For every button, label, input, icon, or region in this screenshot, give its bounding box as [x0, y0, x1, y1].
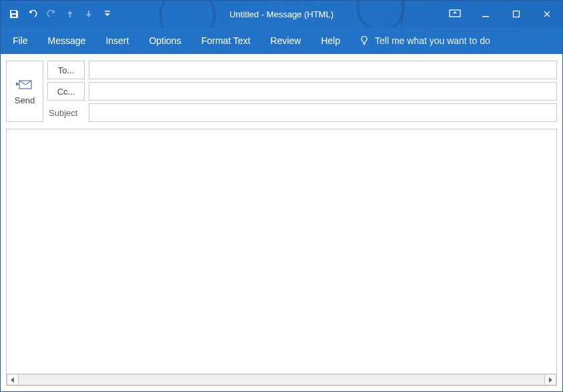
- scroll-left-icon[interactable]: [7, 374, 19, 385]
- previous-item-icon: [61, 5, 79, 23]
- scroll-right-icon[interactable]: [544, 374, 556, 385]
- close-icon[interactable]: [532, 5, 562, 23]
- title-bar: Untitled - Message (HTML): [1, 1, 562, 27]
- tab-help[interactable]: Help: [312, 27, 350, 54]
- quick-access-toolbar: [1, 5, 117, 23]
- svg-rect-3: [514, 11, 520, 17]
- message-body[interactable]: [7, 129, 556, 373]
- tab-insert[interactable]: Insert: [96, 27, 138, 54]
- tell-me-search[interactable]: Tell me what you want to do: [351, 27, 498, 54]
- send-button[interactable]: Send: [6, 61, 43, 122]
- horizontal-scrollbar[interactable]: [7, 373, 556, 385]
- subject-label: Subject: [47, 103, 85, 122]
- window-controls: [440, 5, 562, 23]
- customize-qat-icon[interactable]: [98, 5, 117, 23]
- lightbulb-icon: [359, 35, 370, 46]
- minimize-icon[interactable]: [470, 5, 501, 23]
- svg-rect-0: [105, 11, 110, 12]
- tab-review[interactable]: Review: [261, 27, 310, 54]
- message-body-container: [6, 129, 557, 386]
- to-button[interactable]: To...: [47, 61, 85, 79]
- cc-field[interactable]: [89, 82, 557, 101]
- tab-format-text[interactable]: Format Text: [192, 27, 260, 54]
- tell-me-placeholder: Tell me what you want to do: [375, 35, 490, 46]
- ribbon-options-icon[interactable]: [440, 5, 470, 23]
- ribbon-tabs: File Message Insert Options Format Text …: [1, 27, 562, 54]
- to-field[interactable]: [89, 61, 557, 79]
- send-button-label: Send: [15, 95, 35, 105]
- maximize-icon[interactable]: [501, 5, 532, 23]
- message-header: Send To... Cc... Subject: [5, 61, 558, 125]
- tab-options[interactable]: Options: [139, 27, 190, 54]
- tab-file[interactable]: File: [3, 27, 37, 54]
- compose-pane: Send To... Cc... Subject: [1, 54, 562, 391]
- svg-rect-2: [482, 16, 489, 17]
- tab-message[interactable]: Message: [39, 27, 95, 54]
- redo-icon: [42, 5, 61, 23]
- cc-button[interactable]: Cc...: [47, 82, 85, 101]
- subject-field[interactable]: [89, 103, 557, 122]
- save-icon[interactable]: [5, 5, 23, 23]
- next-item-icon: [79, 5, 98, 23]
- send-envelope-icon: [15, 78, 34, 91]
- undo-icon[interactable]: [23, 5, 42, 23]
- scroll-track[interactable]: [19, 374, 544, 385]
